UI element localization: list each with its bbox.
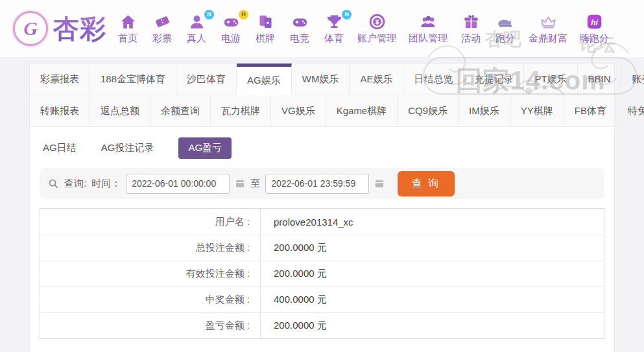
- gift-icon: [462, 13, 480, 30]
- nav-item-hi-paofen[interactable]: hi 嗨跑分: [580, 13, 609, 45]
- table-row: 盈亏金额 : 200.0000 元: [40, 312, 604, 338]
- row-value-profit-loss: 200.0000 元: [261, 313, 604, 338]
- row-value-username: prolove201314_xc: [261, 209, 604, 235]
- to-label: 至: [250, 178, 260, 190]
- tab-wali-boardgames[interactable]: 瓦力棋牌: [211, 95, 271, 127]
- date-to-input[interactable]: [265, 174, 369, 194]
- search-icon: [48, 178, 59, 189]
- calendar-icon[interactable]: [374, 178, 385, 189]
- row-label: 中奖金额 :: [40, 287, 261, 312]
- query-bar: 查询: 时间： 至 查 询: [40, 168, 604, 199]
- tab-deposit-withdraw[interactable]: 充提记录: [464, 64, 524, 95]
- tab-cq9-entertainment[interactable]: CQ9娱乐: [398, 95, 459, 127]
- nav-item-jinding-wealth[interactable]: 金鼎财富: [529, 13, 567, 45]
- subtab-ag-profit-loss[interactable]: AG盈亏: [178, 137, 232, 159]
- tab-vg-entertainment[interactable]: VG娱乐: [271, 95, 326, 127]
- nav-item-home[interactable]: 首页: [117, 13, 139, 45]
- top-header: G 杏彩 首页 彩票 N 真人 H 电游 棋牌 电竞: [0, 0, 644, 57]
- tab-rebate-total[interactable]: 返点总额: [90, 95, 150, 127]
- coin-icon: ¥: [368, 13, 386, 30]
- ag-subtabs: AG日结 AG投注记录 AG盈亏: [30, 127, 614, 168]
- tab-account-change-report[interactable]: 账变报表: [622, 64, 644, 95]
- ticket-icon: [154, 13, 171, 30]
- hi-icon: hi: [586, 13, 603, 30]
- tab-kgame-boardgames[interactable]: Kgame棋牌: [326, 95, 398, 127]
- svg-text:¥: ¥: [375, 18, 379, 25]
- tab-daily-overview[interactable]: 日结总览: [403, 64, 464, 95]
- rhino-icon: [497, 13, 514, 30]
- tab-ag-entertainment[interactable]: AG娱乐: [237, 64, 292, 95]
- team-icon: [420, 13, 437, 30]
- nav-label: 彩票: [152, 32, 172, 45]
- nav-label: 金鼎财富: [529, 32, 567, 45]
- calendar-icon[interactable]: [235, 178, 245, 189]
- nav-label: 嗨跑分: [580, 32, 609, 45]
- brand-name: 杏彩: [53, 11, 106, 47]
- tab-pt-entertainment[interactable]: PT娱乐: [524, 64, 577, 95]
- report-tabs-row-2: 转账报表 返点总额 余额查询 瓦力棋牌 VG娱乐 Kgame棋牌 CQ9娱乐 I…: [30, 95, 614, 127]
- nav-item-live[interactable]: N 真人: [185, 13, 208, 45]
- table-row: 有效投注金额 : 200.0000 元: [40, 261, 604, 287]
- nav-item-activity[interactable]: 活动: [460, 13, 482, 45]
- nav-label: 账户管理: [357, 32, 396, 45]
- tiles-icon: [257, 13, 274, 30]
- nav-label: 体育: [324, 32, 344, 45]
- tab-transfer-report[interactable]: 转账报表: [30, 95, 90, 127]
- tab-188-sports[interactable]: 188金宝博体育: [90, 64, 176, 95]
- gamepad-icon: [291, 13, 309, 30]
- nav-label: 电游: [221, 32, 241, 45]
- gamepad-icon: [222, 13, 240, 30]
- row-value-total-bet: 200.0000 元: [261, 235, 604, 261]
- tab-bbin[interactable]: BBIN: [578, 64, 622, 95]
- tab-yy-boardgames[interactable]: YY棋牌: [510, 95, 564, 127]
- nav-label: 活动: [461, 32, 481, 45]
- tab-wm-entertainment[interactable]: WM娱乐: [292, 64, 350, 95]
- new-badge: N: [342, 10, 352, 19]
- trophy-icon: [326, 13, 343, 30]
- query-label: 查询:: [64, 178, 86, 190]
- subtab-ag-bet-records[interactable]: AG投注记录: [101, 142, 154, 154]
- row-label: 有效投注金额 :: [40, 261, 261, 287]
- table-row: 中奖金额 : 400.0000 元: [40, 287, 604, 312]
- home-icon: [119, 13, 137, 30]
- nav-label: 首页: [118, 32, 137, 45]
- date-from-input[interactable]: [126, 174, 230, 194]
- nav-item-esports[interactable]: 电竞: [289, 13, 311, 45]
- tab-shaba-sports[interactable]: 沙巴体育: [176, 64, 237, 95]
- table-row: 用户名 : prolove201314_xc: [40, 209, 604, 235]
- time-label: 时间：: [91, 178, 121, 190]
- content-card: 彩票报表 188金宝博体育 沙巴体育 AG娱乐 WM娱乐 AE娱乐 日结总览 充…: [29, 63, 615, 352]
- tab-balance-query[interactable]: 余额查询: [150, 95, 211, 127]
- tab-im-entertainment[interactable]: IM娱乐: [459, 95, 510, 127]
- brand-logo[interactable]: G 杏彩: [13, 11, 106, 47]
- tab-fb-sports[interactable]: FB体育: [564, 95, 617, 127]
- nav-label: 真人: [187, 32, 206, 45]
- row-label: 总投注金额 :: [40, 235, 261, 261]
- tab-ae-entertainment[interactable]: AE娱乐: [350, 64, 403, 95]
- nav-item-egames[interactable]: H 电游: [220, 13, 242, 45]
- svg-text:hi: hi: [591, 18, 599, 27]
- crown-icon: [540, 13, 557, 30]
- nav-item-account-mgmt[interactable]: ¥ 账户管理: [357, 13, 396, 45]
- row-label: 盈亏金额 :: [40, 313, 261, 338]
- nav-item-paofen[interactable]: 跑分: [494, 13, 516, 45]
- nav-label: 棋牌: [256, 32, 275, 45]
- row-label: 用户名 :: [40, 209, 261, 235]
- report-tabs-row-1: 彩票报表 188金宝博体育 沙巴体育 AG娱乐 WM娱乐 AE娱乐 日结总览 充…: [30, 64, 614, 95]
- tab-lottery-report[interactable]: 彩票报表: [30, 64, 90, 95]
- row-value-win-amount: 400.0000 元: [261, 287, 604, 312]
- row-value-valid-bet: 200.0000 元: [261, 261, 604, 287]
- main-nav: 首页 彩票 N 真人 H 电游 棋牌 电竞 N 体育 ¥: [117, 13, 609, 45]
- query-button[interactable]: 查 询: [398, 171, 454, 196]
- table-row: 总投注金额 : 200.0000 元: [40, 235, 604, 261]
- nav-label: 团队管理: [409, 32, 447, 45]
- nav-item-team-mgmt[interactable]: 团队管理: [409, 13, 447, 45]
- nav-item-boardgames[interactable]: 棋牌: [254, 13, 276, 45]
- nav-label: 电竞: [290, 32, 309, 45]
- nav-item-lottery[interactable]: 彩票: [151, 13, 173, 45]
- subtab-ag-daily[interactable]: AG日结: [43, 142, 77, 154]
- hot-badge: H: [239, 10, 248, 19]
- person-icon: [188, 13, 206, 30]
- nav-item-sports[interactable]: N 体育: [323, 13, 345, 45]
- tab-tetu-boardgames[interactable]: 特兔棋牌: [617, 95, 644, 127]
